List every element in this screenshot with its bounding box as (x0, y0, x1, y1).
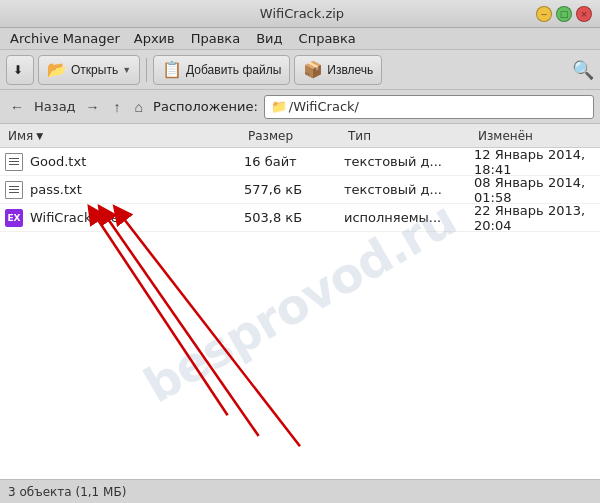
menu-help[interactable]: Справка (291, 29, 364, 48)
table-row[interactable]: Good.txt 16 байт текстовый д... 12 Январ… (0, 148, 600, 176)
file-size: 16 байт (244, 154, 344, 169)
sort-arrow: ▼ (36, 131, 43, 141)
location-path[interactable]: 📁 /WifiCrack/ (264, 95, 594, 119)
close-button[interactable]: × (576, 6, 592, 22)
menu-edit[interactable]: Правка (183, 29, 248, 48)
toolbar-back-button[interactable]: ⬇ (6, 55, 34, 85)
window-controls[interactable]: − □ × (536, 6, 592, 22)
location-bar: ← Назад → ↑ ⌂ Расположение: 📁 /WifiCrack… (0, 90, 600, 124)
file-size: 577,6 кБ (244, 182, 344, 197)
file-list-header: Имя ▼ Размер Тип Изменён (0, 124, 600, 148)
extract-button[interactable]: 📦 Извлечь (294, 55, 382, 85)
path-folder-icon: 📁 (271, 99, 287, 114)
toolbar-back-icon: ⬇ (13, 63, 23, 77)
toolbar: ⬇ 📂 Открыть ▼ 📋 Добавить файлы 📦 Извлечь… (0, 50, 600, 90)
exe-icon: EX (5, 209, 23, 227)
file-list-container: Имя ▼ Размер Тип Изменён Good.txt 16 бай… (0, 124, 600, 479)
file-modified: 08 Январь 2014, 01:58 (474, 175, 596, 205)
window-title: WifiCrack.zip (68, 6, 536, 21)
location-path-text: /WifiCrack/ (289, 99, 359, 114)
app-name: Archive Manager (4, 31, 126, 46)
file-type: исполняемы... (344, 210, 474, 225)
txt-icon (5, 181, 23, 199)
add-files-icon: 📋 (162, 60, 182, 79)
file-icon: EX (4, 208, 24, 228)
status-text: 3 объекта (1,1 МБ) (8, 485, 126, 499)
col-name-label: Имя (8, 129, 33, 143)
col-modified-label: Изменён (478, 129, 533, 143)
location-label: Расположение: (153, 99, 258, 114)
menu-bar: Archive Manager Архив Правка Вид Справка (0, 28, 600, 50)
file-icon (4, 180, 24, 200)
table-row[interactable]: pass.txt 577,6 кБ текстовый д... 08 Янва… (0, 176, 600, 204)
search-icon: 🔍 (572, 60, 594, 80)
file-size: 503,8 кБ (244, 210, 344, 225)
add-files-label: Добавить файлы (186, 63, 281, 77)
back-button[interactable]: ← (6, 97, 28, 117)
maximize-button[interactable]: □ (556, 6, 572, 22)
open-button[interactable]: 📂 Открыть ▼ (38, 55, 140, 85)
status-bar: 3 объекта (1,1 МБ) (0, 479, 600, 503)
col-header-type[interactable]: Тип (344, 129, 474, 143)
toolbar-separator-1 (146, 58, 147, 82)
title-bar: WifiCrack.zip − □ × (0, 0, 600, 28)
forward-button[interactable]: → (82, 97, 104, 117)
menu-archive[interactable]: Архив (126, 29, 183, 48)
col-header-size[interactable]: Размер (244, 129, 344, 143)
minimize-button[interactable]: − (536, 6, 552, 22)
col-header-modified[interactable]: Изменён (474, 129, 596, 143)
col-type-label: Тип (348, 129, 371, 143)
extract-label: Извлечь (327, 63, 373, 77)
search-button[interactable]: 🔍 (572, 59, 594, 81)
back-label: Назад (34, 99, 76, 114)
up-button[interactable]: ↑ (110, 97, 125, 117)
col-size-label: Размер (248, 129, 293, 143)
file-type: текстовый д... (344, 154, 474, 169)
svg-line-3 (119, 213, 300, 447)
add-files-button[interactable]: 📋 Добавить файлы (153, 55, 290, 85)
file-name: Good.txt (30, 154, 244, 169)
file-rows: Good.txt 16 байт текстовый д... 12 Январ… (0, 148, 600, 232)
file-modified: 12 Январь 2014, 18:41 (474, 147, 596, 177)
table-row[interactable]: EX WifiCrack.exe 503,8 кБ исполняемы... … (0, 204, 600, 232)
file-modified: 22 Январь 2013, 20:04 (474, 203, 596, 233)
file-name: pass.txt (30, 182, 244, 197)
file-name: WifiCrack.exe (30, 210, 244, 225)
file-type: текстовый д... (344, 182, 474, 197)
menu-view[interactable]: Вид (248, 29, 290, 48)
file-icon (4, 152, 24, 172)
home-button[interactable]: ⌂ (131, 97, 147, 117)
txt-icon (5, 153, 23, 171)
open-button-label: Открыть (71, 63, 118, 77)
col-header-name[interactable]: Имя ▼ (4, 129, 244, 143)
folder-open-icon: 📂 (47, 60, 67, 79)
svg-line-1 (93, 213, 227, 416)
svg-line-2 (103, 213, 258, 436)
open-dropdown-arrow: ▼ (122, 65, 131, 75)
extract-icon: 📦 (303, 60, 323, 79)
